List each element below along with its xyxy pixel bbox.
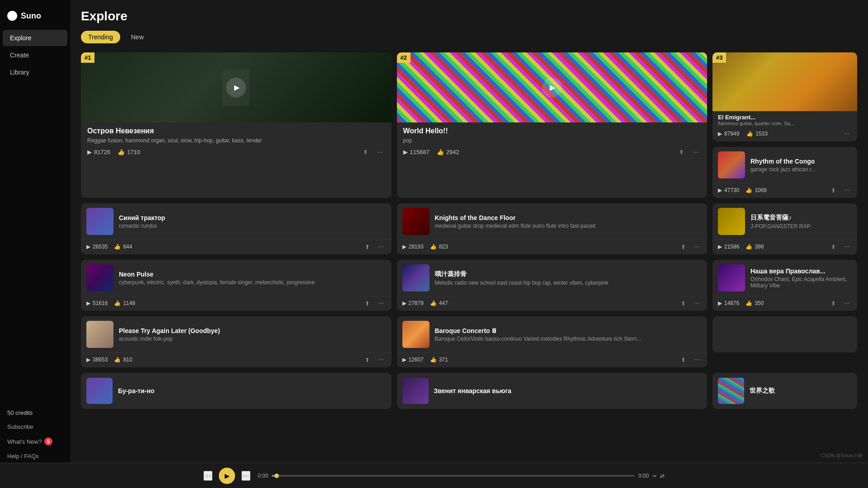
card-chinese-hiphop: 哦汁蒸排骨 Melodic radio new school east coas… [397,260,708,311]
play-count-1: ▶ 81726 [87,149,110,155]
card-title-3: El Emigrant... [718,114,852,121]
credits-display: 50 credits [0,406,70,420]
play-pause-button[interactable]: ▶ [219,468,235,484]
share-button-2[interactable]: ⬆ [679,149,684,155]
playback-timeline: 0:00 0:00 ∞ ⇄ [258,473,665,479]
card-image-3: #3 [712,52,857,111]
infinity-icon[interactable]: ∞ [652,473,656,479]
current-time: 0:00 [258,473,268,479]
share-please[interactable]: ⬆ [365,357,370,363]
card-japanese: 日系電音菩薩♪ J-POP,GANGSTER RAP ▶ 21586 👍 398… [712,203,857,254]
card-tags-3: flamenco guitar, quarter note, Sa... [718,121,852,126]
card-title-zvenit: Звенит январская вьюга [434,387,512,394]
watermark: CSDN @Srlua小谢 [821,452,863,459]
card-thumb-rhythm [718,151,745,178]
card-thumb-shijie [718,378,744,404]
right-column: #3 El Emigrant... flamenco guitar, quart… [712,52,857,198]
sidebar-item-create[interactable]: Create [3,47,67,63]
card-thumb-vera [718,264,745,291]
app-logo[interactable]: Suno [0,7,70,30]
more-japanese[interactable]: ··· [842,243,852,251]
card-text-rhythm: Rhythm of the Congo garage rock jazz afr… [750,158,852,173]
playback-controls: ⏮ ▶ ⏭ [203,468,250,484]
card-thumb-traktor [86,208,113,235]
like-count-2[interactable]: 👍 2942 [437,149,459,155]
sidebar-item-library[interactable]: Library [3,64,67,80]
share-knights[interactable]: ⬆ [681,244,686,250]
more-rhythm[interactable]: ··· [842,186,852,194]
prev-button[interactable]: ⏮ [203,471,212,481]
more-knights[interactable]: ··· [692,243,702,251]
shuffle-icon[interactable]: ⇄ [660,473,665,479]
share-rhythm[interactable]: ⬆ [831,187,836,194]
rank-badge-1: #1 [81,52,94,63]
play-button-2[interactable] [542,78,562,98]
more-baroque[interactable]: ··· [692,356,702,364]
app-name: Suno [21,11,41,21]
share-vera[interactable]: ⬆ [831,300,836,307]
whats-new-badge: 5 [44,437,52,446]
logo-icon [7,11,17,21]
more-button-1[interactable]: ··· [375,148,385,156]
more-traktor[interactable]: ··· [376,243,386,251]
card-title-shijie: 世界之歌 [750,387,775,395]
share-japanese[interactable]: ⬆ [831,244,836,250]
card-title-2: World Hello!! [403,127,701,135]
card-buratino: Бу-ра-ти-но [81,373,392,409]
more-please[interactable]: ··· [376,356,386,364]
card-rhythm-congo: Rhythm of the Congo garage rock jazz afr… [712,147,857,198]
sidebar-item-explore[interactable]: Explore [3,30,67,46]
card-thumb-neon [86,264,113,291]
card-info-2: World Hello!! pop [397,122,708,145]
card-neon-pulse: Neon Pulse cyberpunk, electric, synth, d… [81,260,392,311]
play-button-1[interactable] [226,78,246,98]
card-title-buratino: Бу-ра-ти-но [118,387,154,394]
next-button[interactable]: ⏭ [241,471,250,481]
card-stats-rhythm: ▶ 47730 👍 1066 ⬆ ··· [712,183,857,198]
card-siny-traktor: Синий трактор romantic rumba ▶ 26535 👍 6… [81,203,392,254]
card-knights: Knights of the Dance Floor medieval guit… [397,203,708,254]
card-thumb-zvenit [402,378,429,404]
subscribe-button[interactable]: Subscribe [0,420,70,434]
share-chinese[interactable]: ⬆ [681,300,686,307]
more-neon[interactable]: ··· [376,299,386,307]
sidebar-nav: Explore Create Library [0,30,70,402]
main-content: Explore Trending New #1 Остров Невезения… [70,0,868,488]
card-tags-1: Reggae fusion, hammond organ, soul, slow… [87,137,385,145]
card-info-3: El Emigrant... flamenco guitar, quarter … [712,111,857,128]
whats-new-link[interactable]: What's New? 5 [0,434,70,449]
more-button-2[interactable]: ··· [691,148,701,156]
rank-badge-3: #3 [712,52,726,63]
playback-bar: ⏮ ▶ ⏭ 0:00 0:00 ∞ ⇄ [0,463,868,488]
page-title: Explore [81,9,857,23]
card-image-1: #1 [81,52,392,122]
share-baroque[interactable]: ⬆ [681,357,686,363]
card-stats-2: ▶ 115687 👍 2942 ⬆ ··· [397,145,708,160]
tab-trending[interactable]: Trending [81,31,120,43]
card-thumb-knights [402,208,429,235]
like-count-1[interactable]: 👍 1710 [118,149,140,155]
share-neon[interactable]: ⬆ [365,300,370,307]
card-thumb-chinese [402,264,429,291]
card-placeholder-right [712,316,857,352]
card-baroque: Baroque Concerto Ⅲ Baroque Cello/Violin … [397,316,708,367]
more-chinese[interactable]: ··· [692,299,702,307]
play-count-2: ▶ 115687 [403,149,429,155]
tab-bar: Trending New [81,31,857,43]
card-please-try: Please Try Again Later (Goodbye) acousti… [81,316,392,367]
more-button-3[interactable]: ··· [842,130,852,138]
card-thumb-please [86,321,113,348]
card-featured-2: #2 World Hello!! pop ▶ 115687 👍 2942 ⬆ ·… [397,52,708,198]
more-vera[interactable]: ··· [842,299,852,307]
card-featured-1: #1 Остров Невезения Reggae fusion, hammo… [81,52,392,198]
progress-track[interactable] [272,475,635,477]
card-thumb-japanese [718,208,745,235]
share-traktor[interactable]: ⬆ [365,244,370,250]
card-shijie: 世界之歌 [712,373,857,409]
card-title-1: Остров Невезения [87,127,385,135]
card-stats-3: ▶ 87949 👍 1533 ··· [712,128,857,141]
help-link[interactable]: Help / FAQs [0,449,70,463]
rank-badge-2: #2 [397,52,410,63]
share-button-1[interactable]: ⬆ [363,149,368,155]
tab-new[interactable]: New [124,31,151,43]
